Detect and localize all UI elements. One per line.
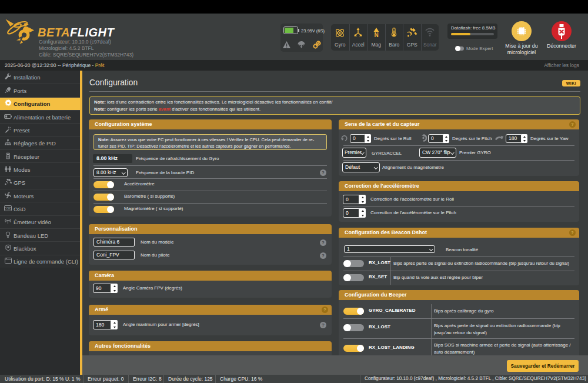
svg-text:N: N (374, 32, 378, 38)
svg-text:OSD: OSD (4, 207, 12, 210)
